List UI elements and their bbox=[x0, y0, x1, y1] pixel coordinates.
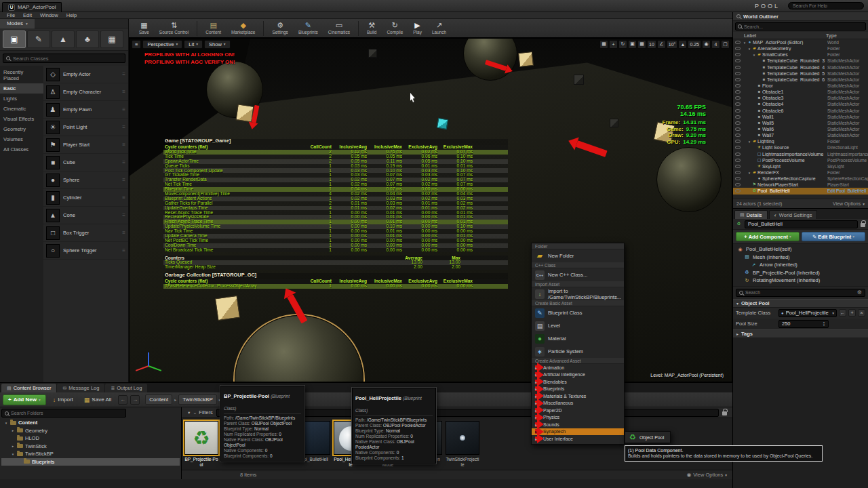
category-basic[interactable]: Basic bbox=[0, 83, 43, 94]
menu-item-new-folder[interactable]: ▰New Folder bbox=[532, 249, 624, 262]
outliner-row-light-source[interactable]: Light SourceDirectionalLight bbox=[733, 144, 868, 150]
outliner-row-wall1[interactable]: Wall1StaticMeshActor bbox=[733, 114, 868, 120]
menu-window[interactable]: Window bbox=[36, 12, 62, 18]
outliner-row-templatecube-rounded-6[interactable]: TemplateCube_Rounded_6StaticMeshActor bbox=[733, 77, 868, 83]
level-viewport[interactable]: ≡Perspective▾Lit▾Show▾ ▦+↻▣▦10∠10°▲0.25◉… bbox=[129, 38, 732, 382]
blueprints-button[interactable]: ✎Blueprints bbox=[294, 20, 323, 37]
menu-file[interactable]: File bbox=[3, 12, 19, 18]
outliner-search-input[interactable] bbox=[744, 24, 863, 29]
template-class-dropdown[interactable]: ● Pool_HellProjectile ▾ bbox=[778, 309, 837, 317]
tab-world-settings[interactable]: ◐World Settings bbox=[769, 210, 818, 219]
expander-icon[interactable]: ▾ bbox=[4, 421, 8, 425]
object-pool-section-header[interactable]: ▾ Object Pool bbox=[733, 299, 868, 308]
type-column-header[interactable]: Type bbox=[826, 33, 868, 38]
visibility-eye-icon[interactable] bbox=[735, 41, 741, 44]
small-cube[interactable] bbox=[574, 75, 584, 85]
play-button[interactable]: ▶Play bbox=[408, 20, 427, 37]
category-geometry[interactable]: Geometry bbox=[0, 124, 43, 134]
place-mode-button[interactable]: ▣ bbox=[3, 30, 26, 48]
folder-blueprints[interactable]: Blueprints bbox=[1, 458, 180, 466]
category-all-classes[interactable]: All Classes bbox=[0, 144, 43, 155]
translate-tool-icon[interactable]: + bbox=[609, 40, 618, 49]
expander-icon[interactable]: ▸ bbox=[11, 428, 15, 432]
outliner-row-floor[interactable]: FloorStaticMeshActor bbox=[733, 83, 868, 89]
visibility-eye-icon[interactable] bbox=[735, 59, 741, 62]
scale-tool-icon[interactable]: ▣ bbox=[628, 40, 637, 49]
category-visual-effects[interactable]: Visual Effects bbox=[0, 114, 43, 124]
small-cube[interactable] bbox=[368, 49, 377, 58]
build-button[interactable]: ⚒Build bbox=[362, 20, 381, 37]
launch-button[interactable]: ↗Launch bbox=[427, 20, 451, 37]
outliner-row-templatecube-rounded-3[interactable]: TemplateCube_Rounded_3StaticMeshActor bbox=[733, 58, 868, 64]
menu-item-import-to-game-twinstickbp-blueprints[interactable]: ↓Import to /Game/TwinStickBP/Blueprints.… bbox=[532, 287, 624, 300]
outliner-row-smallcubes[interactable]: ▾SmallCubesFolder bbox=[733, 52, 868, 58]
visibility-eye-icon[interactable] bbox=[735, 127, 741, 131]
menu-item-animation[interactable]: Animation▸ bbox=[532, 364, 624, 371]
rotate-tool-icon[interactable]: ↻ bbox=[618, 40, 627, 49]
place-item-empty-pawn[interactable]: ♟Empty Pawn≡ bbox=[43, 101, 128, 119]
search-classes-input[interactable] bbox=[13, 56, 122, 62]
filters-button[interactable]: ▼ ⌄ Filters bbox=[187, 409, 213, 415]
import-button[interactable]: ↓ Import bbox=[49, 394, 77, 405]
visibility-eye-icon[interactable] bbox=[735, 96, 741, 100]
lock-icon[interactable] bbox=[861, 223, 865, 227]
outliner-row-pool-bullethell[interactable]: Pool_BulletHellEdit Pool_BulletHell bbox=[733, 188, 868, 194]
world-outliner-tab[interactable]: World Outliner bbox=[733, 12, 868, 21]
visibility-eye-icon[interactable] bbox=[735, 159, 741, 162]
content-button[interactable]: ▤Content bbox=[201, 20, 226, 37]
edit-blueprint-button[interactable]: ✎ Edit Blueprint ▾ bbox=[802, 232, 865, 241]
outliner-row-templatecube-rounded-5[interactable]: TemplateCube_Rounded_5StaticMeshActor bbox=[733, 70, 868, 77]
folder-geometry[interactable]: ▸Geometry bbox=[1, 427, 180, 435]
back-arrow-icon[interactable]: ← bbox=[118, 395, 127, 405]
tab-message-log[interactable]: ✉Message Log bbox=[57, 384, 104, 392]
place-item-sphere[interactable]: ●Sphere≡ bbox=[43, 171, 128, 189]
clear-asset-icon[interactable]: × bbox=[858, 309, 865, 317]
outliner-view-options[interactable]: View Options▾ bbox=[833, 201, 865, 206]
place-item-sphere-trigger[interactable]: ○Sphere Trigger≡ bbox=[43, 242, 128, 260]
visibility-eye-icon[interactable] bbox=[735, 171, 741, 174]
cinematics-button[interactable]: ▭Cinematics bbox=[323, 20, 355, 37]
folder-twinstick[interactable]: ▸TwinStick bbox=[1, 443, 180, 451]
outliner-row-spherereflectioncapture[interactable]: SphereReflectionCaptureSphereReflectionC… bbox=[733, 176, 868, 182]
outliner-row-renderfx[interactable]: ▾RenderFXFolder bbox=[733, 169, 868, 176]
perspective-dropdown[interactable]: Perspective▾ bbox=[142, 40, 182, 49]
pool-size-input[interactable]: 250 ▲▼ bbox=[778, 320, 829, 328]
camera-speed-icon[interactable]: ◉ bbox=[702, 40, 711, 49]
visibility-eye-icon[interactable] bbox=[735, 109, 741, 113]
outliner-row-arenageometry[interactable]: ▾ArenaGeometryFolder bbox=[733, 45, 868, 52]
camera-speed-value[interactable]: 4 bbox=[711, 40, 720, 49]
asset-bp-projectile-pool[interactable]: ♻BP_Projectile-Pool bbox=[184, 421, 218, 467]
menu-item-level[interactable]: ▤Level bbox=[532, 319, 624, 332]
folder-content[interactable]: ▾Content bbox=[1, 419, 180, 427]
menu-item-paper2d[interactable]: Paper2D▸ bbox=[532, 407, 624, 414]
visibility-eye-icon[interactable] bbox=[735, 140, 741, 143]
place-item-box-trigger[interactable]: □Box Trigger≡ bbox=[43, 224, 128, 242]
compile-button[interactable]: ↻Compile bbox=[382, 20, 408, 37]
grid-snap-value[interactable]: 10 bbox=[647, 40, 656, 49]
outliner-row-map-actorpool-editor[interactable]: ▾MAP_ActorPool (Editor)World bbox=[733, 39, 868, 45]
outliner-type[interactable]: Edit Pool_BulletHell bbox=[827, 188, 868, 193]
outliner-row-wall7[interactable]: Wall7StaticMeshActor bbox=[733, 132, 868, 138]
paint-mode-button[interactable]: ✎ bbox=[27, 30, 50, 48]
place-item-cube[interactable]: ■Cube≡ bbox=[43, 154, 128, 171]
visibility-eye-icon[interactable] bbox=[735, 189, 741, 192]
menu-item-artificial-intelligence[interactable]: Artificial Intelligence▸ bbox=[532, 371, 624, 379]
outliner-row-obstacle4[interactable]: Obstacle4StaticMeshActor bbox=[733, 101, 868, 107]
place-item-empty-actor[interactable]: ◇Empty Actor≡ bbox=[43, 66, 128, 83]
source-control-button[interactable]: ⇅Source Control bbox=[155, 20, 193, 37]
component-rotatingmovement-inherited[interactable]: ↻RotatingMovement (Inherited) bbox=[733, 277, 868, 285]
outliner-row-obstacle3[interactable]: Obstacle3StaticMeshActor bbox=[733, 95, 868, 101]
place-item-point-light[interactable]: ☀Point Light≡ bbox=[43, 119, 128, 136]
marketplace-button[interactable]: ◆Marketplace bbox=[226, 20, 260, 37]
menu-item-miscellaneous[interactable]: Miscellaneous▸ bbox=[532, 400, 624, 407]
visibility-eye-icon[interactable] bbox=[735, 78, 741, 81]
save-all-button[interactable]: ▦ Save All bbox=[80, 394, 115, 405]
browse-to-asset-icon[interactable]: + bbox=[848, 309, 856, 317]
small-cube[interactable] bbox=[610, 119, 618, 127]
details-search-input[interactable] bbox=[745, 290, 855, 295]
settings-button[interactable]: ⚙Settings bbox=[267, 20, 293, 37]
visibility-eye-icon[interactable] bbox=[735, 134, 741, 137]
outliner-row-obstacle1[interactable]: Obstacle1StaticMeshActor bbox=[733, 89, 868, 95]
grid-snap-icon[interactable]: ▦ bbox=[637, 40, 646, 49]
geometry-mode-button[interactable]: ▦ bbox=[100, 30, 123, 48]
